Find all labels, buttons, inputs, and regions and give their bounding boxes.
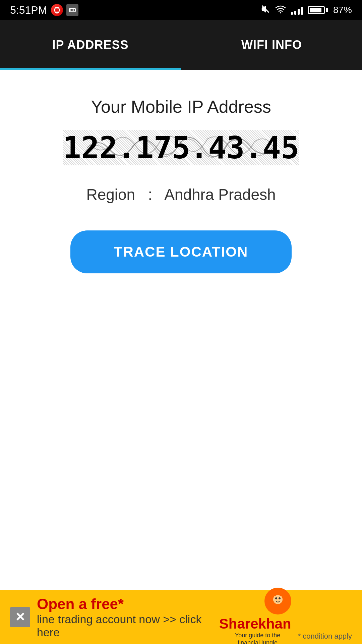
svg-point-9 [273, 595, 283, 604]
status-icons [51, 4, 78, 16]
svg-point-1 [56, 7, 58, 13]
status-time: 5:51PM [10, 4, 47, 16]
ad-sub-text: line trading account now >> click here [37, 613, 213, 639]
ad-banner: ✕ Open a free* line trading account now … [0, 590, 362, 644]
mute-icon [261, 4, 270, 16]
ad-mascot-icon [264, 588, 291, 614]
status-bar-right: 87% [261, 4, 352, 16]
svg-rect-2 [69, 8, 75, 12]
battery-percentage: 87% [333, 5, 352, 15]
ad-close-button[interactable]: ✕ [10, 607, 30, 627]
svg-point-8 [280, 12, 281, 13]
ad-condition-text: * condition apply [298, 632, 352, 644]
svg-point-11 [279, 597, 281, 599]
battery-icon [308, 6, 328, 14]
main-content: Your Mobile IP Address 122.175.43.45 Reg… [0, 70, 362, 273]
wifi-icon [275, 4, 286, 16]
tab-bar: IP ADDRESS WIFI INFO [0, 20, 362, 70]
svg-point-10 [275, 597, 277, 599]
tab-ip-address[interactable]: IP ADDRESS [0, 20, 181, 70]
signal-strength-icon [291, 5, 303, 15]
opera-icon [51, 4, 63, 16]
trace-location-button[interactable]: TRACE LOCATION [70, 230, 292, 273]
ip-title: Your Mobile IP Address [91, 97, 271, 117]
shortcut-icon [66, 4, 78, 16]
ad-text-content: Open a free* line trading account now >>… [37, 595, 213, 639]
ad-logo-sub: Your guide to the financial jungle [224, 632, 291, 644]
svg-point-0 [55, 7, 59, 13]
status-bar-left: 5:51PM [10, 4, 78, 16]
ad-main-text: Open a free* [37, 595, 213, 613]
close-icon: ✕ [15, 610, 25, 624]
tab-wifi-info[interactable]: WIFI INFO [181, 20, 362, 70]
ad-logo[interactable]: Sharekhan Your guide to the financial ju… [219, 588, 291, 644]
region-info: Region : Andhra Pradesh [86, 185, 276, 204]
ad-logo-text: Sharekhan [219, 616, 291, 632]
ip-address-display: 122.175.43.45 [63, 130, 299, 165]
status-bar: 5:51PM [0, 0, 362, 20]
